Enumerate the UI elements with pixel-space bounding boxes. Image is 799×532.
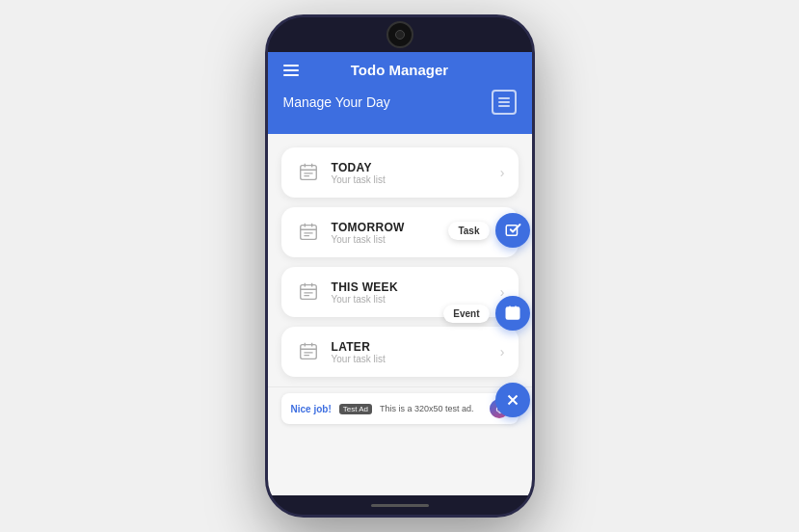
task-text-tomorrow: TOMORROW Your task list xyxy=(332,221,405,245)
header-subtitle: Manage Your Day xyxy=(283,94,390,110)
fab-area-close xyxy=(495,383,530,417)
app-header: Todo Manager Manage Your Day xyxy=(268,52,532,134)
phone-screen: Todo Manager Manage Your Day xyxy=(268,52,532,495)
svg-rect-0 xyxy=(300,166,316,180)
phone-frame: Todo Manager Manage Your Day xyxy=(265,14,535,518)
svg-rect-6 xyxy=(300,226,316,240)
task-sub-today: Your task list xyxy=(332,174,386,185)
task-icon-this-week xyxy=(295,279,322,306)
svg-rect-25 xyxy=(506,307,519,319)
fab-row-close xyxy=(495,383,530,417)
fab-area-event: Event xyxy=(443,296,529,331)
task-text-this-week: THIS WEEK Your task list xyxy=(332,280,398,305)
task-icon-later xyxy=(295,338,322,365)
task-text-later: LATER Your task list xyxy=(332,340,386,364)
task-card-left-today: TODAY Your task list xyxy=(295,159,386,186)
phone-bottom-bar xyxy=(268,495,532,515)
hamburger-icon[interactable] xyxy=(283,65,299,76)
fab-close-button[interactable] xyxy=(495,383,530,417)
home-indicator[interactable] xyxy=(371,504,429,507)
svg-rect-18 xyxy=(300,345,316,359)
chevron-today: › xyxy=(500,165,505,180)
phone-top-bar xyxy=(268,17,532,52)
task-name-later: LATER xyxy=(332,340,386,354)
fab-task-button[interactable] xyxy=(495,213,530,248)
fab-event-button[interactable] xyxy=(495,296,530,331)
ad-badge: Test Ad xyxy=(339,404,372,414)
svg-rect-12 xyxy=(300,285,316,300)
camera-lens xyxy=(395,30,405,40)
task-icon-today xyxy=(295,159,322,186)
task-card-left-this-week: THIS WEEK Your task list xyxy=(295,279,398,306)
fab-event-label: Event xyxy=(443,305,489,323)
task-sub-later: Your task list xyxy=(332,354,386,364)
task-text-today: TODAY Your task list xyxy=(332,161,386,185)
chevron-later: › xyxy=(500,344,505,359)
ad-description: This is a 320x50 test ad. xyxy=(380,404,482,413)
ad-nice-text: Nice job! xyxy=(291,404,332,414)
app-title: Todo Manager xyxy=(351,62,448,78)
task-card-left-later: LATER Your task list xyxy=(295,338,386,365)
fab-row-event: Event xyxy=(443,296,529,331)
task-card-later[interactable]: LATER Your task list › xyxy=(281,327,519,377)
task-name-this-week: THIS WEEK xyxy=(332,280,398,294)
ad-bar: Nice job! Test Ad This is a 320x50 test … xyxy=(281,393,519,424)
header-subtitle-row: Manage Your Day xyxy=(283,90,517,115)
task-list: TODAY Your task list › xyxy=(268,134,532,386)
fab-row-task: Task xyxy=(448,213,529,248)
header-top: Todo Manager xyxy=(283,62,517,78)
task-icon-tomorrow xyxy=(295,219,322,246)
clipboard-icon[interactable] xyxy=(492,90,517,115)
task-name-tomorrow: TOMORROW xyxy=(332,221,405,234)
camera-notch xyxy=(386,21,413,48)
fab-area-task: Task xyxy=(448,213,529,248)
fab-task-label: Task xyxy=(448,222,489,240)
task-card-today[interactable]: TODAY Your task list › xyxy=(281,147,519,198)
task-name-today: TODAY xyxy=(332,161,386,174)
ad-section: Nice job! Test Ad This is a 320x50 test … xyxy=(268,386,532,430)
task-sub-this-week: Your task list xyxy=(332,294,398,305)
task-sub-tomorrow: Your task list xyxy=(332,234,405,245)
task-card-left-tomorrow: TOMORROW Your task list xyxy=(295,219,405,246)
